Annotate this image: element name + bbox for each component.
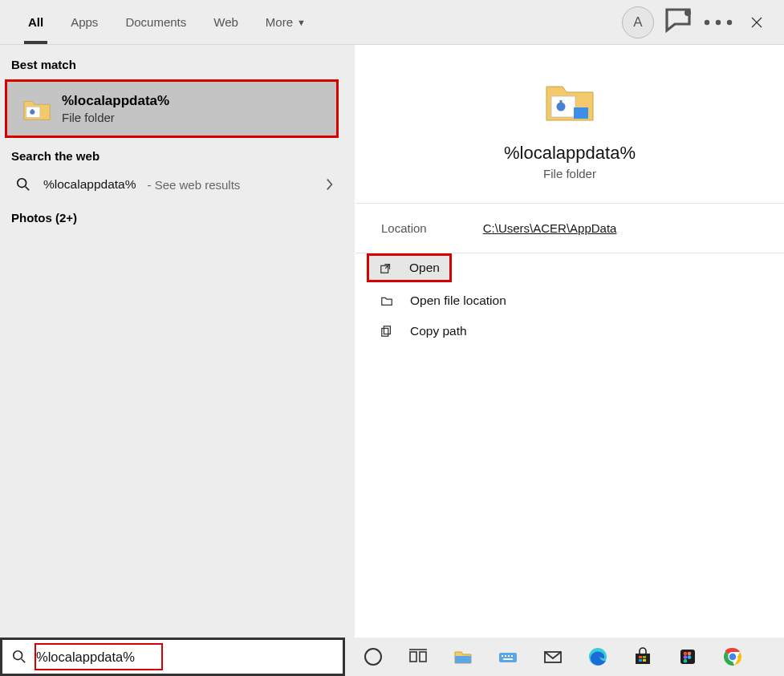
web-result-suffix: - See web results	[147, 178, 240, 192]
svg-rect-29	[508, 655, 510, 657]
svg-rect-17	[384, 326, 390, 334]
location-value[interactable]: C:\Users\ACER\AppData	[483, 221, 617, 235]
svg-rect-34	[636, 654, 650, 664]
chevron-down-icon: ▼	[297, 18, 306, 27]
actions-list: Open Open file location Copy path	[355, 253, 784, 354]
best-match-result[interactable]: %localappdata% File folder	[5, 79, 339, 138]
taskbar	[345, 638, 784, 676]
main-content: Best match %localappdata% File folder Se…	[0, 45, 784, 638]
tab-label: Documents	[125, 15, 186, 29]
details-title: %localappdata%	[504, 143, 636, 164]
svg-point-43	[688, 655, 692, 659]
svg-point-12	[557, 103, 566, 111]
svg-line-20	[22, 659, 26, 663]
folder-open-icon	[380, 294, 394, 307]
mail-icon[interactable]	[533, 639, 573, 674]
bottom-bar	[0, 638, 784, 676]
action-label: Open	[409, 261, 440, 275]
figma-icon[interactable]	[668, 639, 708, 674]
folder-icon-large	[542, 72, 598, 128]
file-explorer-icon[interactable]	[443, 639, 483, 674]
close-button[interactable]	[737, 3, 776, 42]
action-label: Open file location	[410, 293, 506, 308]
svg-rect-30	[511, 655, 513, 657]
svg-line-16	[385, 265, 389, 269]
action-open[interactable]: Open	[367, 253, 452, 282]
svg-point-42	[684, 655, 688, 659]
svg-rect-31	[503, 658, 513, 660]
keyboard-icon[interactable]	[488, 639, 528, 674]
svg-rect-36	[643, 656, 646, 658]
svg-rect-23	[420, 652, 426, 662]
chrome-icon[interactable]	[713, 639, 753, 674]
tab-label: Apps	[71, 15, 98, 29]
svg-rect-28	[505, 655, 506, 657]
search-icon	[14, 177, 32, 192]
web-result-row[interactable]: %localappdata% - See web results	[0, 169, 345, 200]
svg-rect-38	[643, 659, 646, 662]
location-label: Location	[381, 221, 427, 235]
feedback-icon[interactable]	[660, 3, 699, 42]
svg-point-0	[686, 10, 690, 14]
svg-point-44	[684, 659, 688, 663]
tab-more[interactable]: More ▼	[252, 0, 319, 44]
action-open-file-location[interactable]: Open file location	[355, 285, 784, 316]
action-label: Copy path	[410, 324, 467, 338]
search-box[interactable]	[0, 638, 345, 676]
header-right: A	[622, 0, 776, 44]
tab-all[interactable]: All	[14, 0, 57, 44]
svg-rect-25	[455, 656, 471, 663]
filter-tabs: All Apps Documents Web More ▼	[14, 0, 319, 44]
best-match-texts: %localappdata% File folder	[62, 93, 169, 124]
svg-point-1	[705, 19, 709, 24]
cortana-icon[interactable]	[353, 639, 393, 674]
svg-point-9	[18, 179, 26, 188]
open-icon	[379, 261, 393, 274]
more-options-icon[interactable]	[699, 3, 737, 42]
folder-icon	[22, 94, 52, 124]
search-header: All Apps Documents Web More ▼ A	[0, 0, 784, 45]
search-input[interactable]	[30, 645, 343, 670]
search-web-heading: Search the web	[0, 143, 345, 169]
svg-point-2	[716, 19, 721, 24]
svg-rect-27	[502, 655, 503, 657]
task-view-icon[interactable]	[398, 639, 438, 674]
photos-heading[interactable]: Photos (2+)	[0, 204, 345, 231]
svg-point-41	[688, 652, 692, 656]
svg-rect-18	[382, 328, 388, 336]
avatar-letter: A	[633, 14, 642, 30]
best-match-heading: Best match	[0, 51, 345, 78]
details-subtitle: File folder	[543, 167, 596, 180]
details-panel: %localappdata% File folder Location C:\U…	[355, 45, 784, 638]
svg-rect-14	[574, 107, 588, 119]
svg-point-21	[365, 649, 381, 665]
svg-line-10	[26, 187, 30, 191]
tab-documents[interactable]: Documents	[112, 0, 200, 44]
tab-label: More	[266, 15, 293, 29]
store-icon[interactable]	[623, 639, 663, 674]
chevron-right-icon	[326, 178, 334, 191]
edge-icon[interactable]	[578, 639, 618, 674]
svg-rect-35	[639, 656, 642, 658]
tab-label: Web	[213, 15, 238, 29]
action-copy-path[interactable]: Copy path	[355, 316, 784, 346]
svg-rect-8	[31, 109, 33, 111]
copy-icon	[380, 325, 394, 338]
tab-apps[interactable]: Apps	[57, 0, 112, 44]
user-avatar[interactable]: A	[622, 6, 654, 38]
location-row: Location C:\Users\ACER\AppData	[355, 204, 784, 253]
results-column: Best match %localappdata% File folder Se…	[0, 45, 345, 638]
tab-label: All	[28, 15, 43, 29]
search-icon	[12, 650, 30, 664]
best-match-subtitle: File folder	[62, 111, 169, 124]
best-match-title: %localappdata%	[62, 93, 169, 109]
svg-rect-13	[560, 100, 563, 103]
details-header: %localappdata% File folder	[355, 45, 784, 204]
svg-rect-22	[410, 652, 416, 662]
tab-web[interactable]: Web	[200, 0, 252, 44]
svg-rect-26	[499, 653, 517, 662]
svg-rect-37	[639, 659, 642, 662]
svg-point-3	[727, 19, 732, 24]
web-result-query: %localappdata%	[43, 177, 136, 192]
svg-point-19	[14, 651, 22, 660]
